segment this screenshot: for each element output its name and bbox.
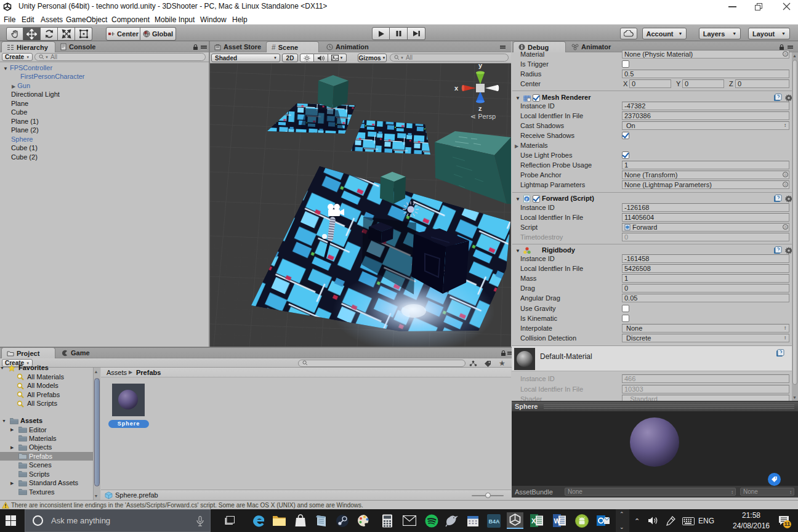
- svg-text:B4A: B4A: [488, 518, 500, 525]
- svg-text:#: #: [525, 197, 528, 201]
- svg-text:W: W: [554, 517, 561, 525]
- svg-text:x: x: [454, 84, 459, 92]
- svg-text:y: y: [478, 63, 483, 69]
- svg-text:X: X: [531, 517, 536, 525]
- svg-text:z: z: [478, 105, 482, 112]
- svg-text:⋖ Persp: ⋖ Persp: [470, 113, 496, 120]
